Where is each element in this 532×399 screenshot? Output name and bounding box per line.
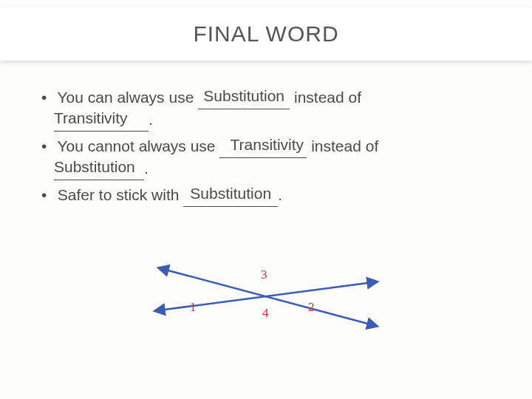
bullet-2-pre: You cannot always use	[57, 137, 219, 154]
bullet-3: Safer to stick with Substitution.	[43, 185, 489, 207]
slide-title: FINAL WORD	[193, 21, 338, 47]
bullet-1-tail: .	[149, 111, 153, 128]
bullet-1-line-2: Transitivity.	[43, 109, 489, 132]
bullet-2-mid: instead of	[307, 137, 378, 154]
bullet-1-answer-2: Transitivity	[54, 109, 128, 126]
diagram-label-bottom: 4	[262, 306, 269, 321]
bullet-2-blank-1: Transitivity	[219, 136, 307, 158]
bullet-1-blank-2: Transitivity	[54, 109, 149, 132]
bullet-3-pre: Safer to stick with	[58, 186, 183, 203]
diagram-label-top: 3	[261, 267, 267, 282]
bullet-2-blank-2: Substitution	[54, 158, 144, 180]
bullet-3-blank-1: Substitution	[183, 185, 278, 207]
bullet-1-blank-1: Substitution	[198, 87, 290, 109]
slide: FINAL WORD You can always use Substituti…	[0, 0, 532, 399]
bullet-3-answer-1: Substitution	[190, 185, 271, 202]
bullet-2-answer-1: Transitivity	[223, 136, 304, 153]
title-band: FINAL WORD	[0, 7, 532, 61]
bullet-1-mid: instead of	[290, 89, 361, 106]
content-area: You can always use Substitution instead …	[43, 87, 489, 211]
bullet-1-pre: You can always use	[57, 89, 198, 106]
bullet-2: You cannot always use Transitivity inste…	[43, 136, 489, 180]
diagram-label-right: 2	[308, 300, 315, 315]
diagram-label-left: 1	[190, 300, 197, 315]
intersecting-lines-diagram: 3 4 1 2	[144, 251, 388, 347]
bullet-2-line-2: Substitution.	[43, 158, 489, 180]
bullet-3-tail: .	[278, 186, 282, 203]
bullet-2-answer-2: Substitution	[54, 158, 135, 175]
diagram-svg	[144, 251, 388, 347]
bullet-1-answer-1: Substitution	[203, 87, 284, 104]
bullet-1: You can always use Substitution instead …	[43, 87, 489, 132]
bullet-2-tail: .	[144, 160, 149, 177]
